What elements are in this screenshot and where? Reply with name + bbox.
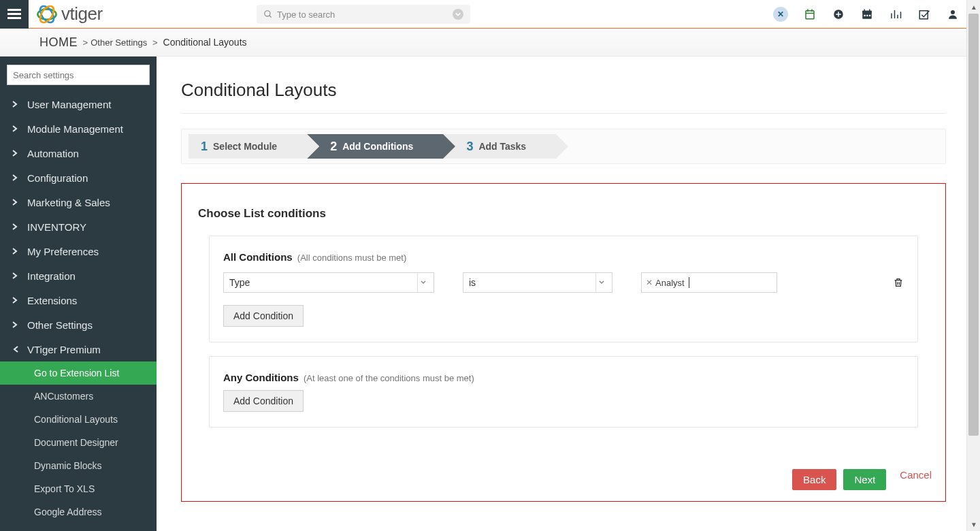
sidebar-sub-label: Conditional Layouts	[34, 414, 118, 425]
sidebar-item-label: VTiger Premium	[27, 344, 101, 355]
sidebar-item-label: Automation	[27, 148, 79, 159]
conditions-panel: Choose List conditions All Conditions (A…	[181, 183, 946, 502]
breadcrumb: HOME > Other Settings > Conditional Layo…	[0, 29, 966, 57]
vtiger-logo-icon	[35, 4, 59, 25]
calendar-icon[interactable]	[860, 7, 874, 21]
sidebar-sub-google-address[interactable]: Google Address	[0, 500, 157, 524]
sidebar-item-label: Integration	[27, 270, 76, 282]
sidebar-search-input[interactable]	[7, 65, 150, 85]
svg-line-4	[270, 16, 272, 18]
step-label: Add Conditions	[342, 141, 413, 152]
scrollbar-thumb[interactable]	[968, 14, 979, 436]
sidebar-item-label: User Management	[27, 99, 111, 110]
chevron-down-icon	[417, 273, 428, 292]
chevron-right-icon	[12, 297, 20, 304]
chevron-right-icon	[12, 272, 20, 279]
sidebar-sub-label: Go to Extension List	[34, 368, 119, 379]
global-search-input[interactable]	[277, 10, 453, 20]
cond-title-hint: (All conditions must be met)	[297, 253, 406, 263]
svg-rect-5	[806, 10, 814, 18]
sidebar-item-extensions[interactable]: Extensions	[0, 288, 157, 312]
sidebar-sub-export-xls[interactable]: Export To XLS	[0, 477, 157, 500]
sidebar-item-inventory[interactable]: INVENTORY	[0, 214, 157, 239]
remove-tag-icon[interactable]: ✕	[646, 278, 653, 287]
chevron-right-icon	[12, 174, 20, 181]
sidebar-item-label: Marketing & Sales	[27, 197, 110, 208]
global-search[interactable]	[257, 5, 470, 24]
breadcrumb-sep: >	[80, 37, 88, 48]
all-conditions-title: All Conditions (All conditions must be m…	[223, 251, 904, 263]
page-scrollbar[interactable]: ▲ ▼	[966, 0, 980, 531]
page-title: Conditional Layouts	[181, 80, 946, 101]
breadcrumb-current: Conditional Layouts	[163, 37, 247, 48]
back-button[interactable]: Back	[792, 469, 836, 490]
sidebar-sub-ancustomers[interactable]: ANCustomers	[0, 385, 157, 408]
text-cursor	[689, 277, 689, 288]
sidebar-sub-label: ANCustomers	[34, 391, 93, 402]
sidebar-item-configuration[interactable]: Configuration	[0, 165, 157, 190]
sidebar-item-automation[interactable]: Automation	[0, 141, 157, 165]
search-dropdown-icon[interactable]	[453, 9, 463, 20]
panel-footer: Back Next Cancel	[792, 469, 932, 490]
app-badge-icon[interactable]: ✕	[773, 7, 788, 22]
chevron-right-icon	[12, 199, 20, 206]
sidebar-sub-extension-list[interactable]: Go to Extension List	[0, 361, 157, 385]
notes-icon[interactable]	[803, 7, 817, 21]
sidebar-item-marketing-sales[interactable]: Marketing & Sales	[0, 190, 157, 214]
operator-select[interactable]: is	[463, 272, 612, 293]
chevron-down-icon	[12, 347, 20, 352]
any-conditions-title: Any Conditions (At least one of the cond…	[223, 372, 904, 383]
sidebar-item-other-settings[interactable]: Other Settings	[0, 312, 157, 337]
sidebar-item-label: Other Settings	[27, 319, 93, 331]
sidebar-sub-dynamic-blocks[interactable]: Dynamic Blocks	[0, 454, 157, 477]
value-tag-input[interactable]: ✕ Analyst	[641, 272, 777, 293]
chevron-down-icon	[595, 273, 606, 292]
logo-text: vtiger	[61, 3, 103, 25]
chevron-right-icon	[12, 321, 20, 328]
field-select[interactable]: Type	[223, 272, 434, 293]
checkbox-icon[interactable]	[917, 7, 931, 21]
sidebar-item-vtiger-premium[interactable]: VTiger Premium	[0, 337, 157, 361]
step-bar: 1 Select Module 2 Add Conditions 3 Add T…	[181, 129, 946, 164]
next-button[interactable]: Next	[843, 469, 886, 490]
sidebar-item-integration[interactable]: Integration	[0, 263, 157, 288]
step-select-module[interactable]: 1 Select Module	[189, 134, 307, 159]
svg-point-3	[265, 11, 270, 16]
svg-point-13	[951, 10, 955, 14]
delete-row-button[interactable]	[893, 276, 904, 289]
plus-circle-icon[interactable]	[832, 7, 845, 21]
search-icon	[263, 10, 273, 19]
sidebar-item-user-management[interactable]: User Management	[0, 92, 157, 116]
step-label: Add Tasks	[478, 141, 526, 152]
step-number: 3	[466, 140, 473, 154]
chevron-right-icon	[12, 223, 20, 230]
scroll-up-icon[interactable]: ▲	[967, 0, 980, 14]
bar-chart-icon[interactable]	[889, 7, 902, 21]
hamburger-menu[interactable]	[0, 0, 29, 29]
sidebar-sub-document-designer[interactable]: Document Designer	[0, 431, 157, 454]
sidebar-sub-conditional-layouts[interactable]: Conditional Layouts	[0, 408, 157, 431]
user-icon[interactable]	[946, 7, 960, 21]
any-conditions-block: Any Conditions (At least one of the cond…	[209, 356, 918, 428]
sidebar-item-label: INVENTORY	[27, 221, 86, 233]
add-condition-all-button[interactable]: Add Condition	[223, 305, 304, 327]
add-condition-any-button[interactable]: Add Condition	[223, 390, 304, 412]
breadcrumb-other-settings[interactable]: Other Settings	[91, 37, 147, 48]
step-label: Select Module	[213, 141, 277, 152]
svg-rect-9	[864, 14, 866, 16]
topbar: vtiger ✕	[0, 0, 966, 29]
step-add-conditions[interactable]: 2 Add Conditions	[307, 134, 443, 159]
cond-title-text: Any Conditions	[223, 372, 299, 383]
trash-icon	[893, 276, 904, 289]
breadcrumb-home[interactable]: HOME	[39, 35, 78, 50]
cancel-link[interactable]: Cancel	[900, 469, 932, 481]
logo[interactable]: vtiger	[35, 0, 103, 29]
chevron-right-icon	[12, 125, 20, 132]
sidebar-item-my-preferences[interactable]: My Preferences	[0, 239, 157, 263]
sidebar-item-module-management[interactable]: Module Management	[0, 116, 157, 141]
scroll-down-icon[interactable]: ▼	[967, 517, 980, 531]
svg-rect-12	[919, 10, 928, 18]
step-add-tasks[interactable]: 3 Add Tasks	[443, 134, 556, 159]
svg-rect-11	[869, 14, 870, 16]
topbar-actions: ✕	[773, 7, 966, 22]
